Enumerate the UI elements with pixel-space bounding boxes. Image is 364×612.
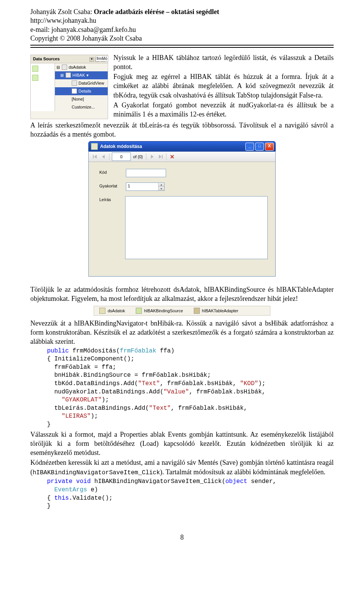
ds-item-customize[interactable]: Customize...: [55, 103, 108, 111]
svg-marker-1: [94, 155, 97, 159]
label-gyakorlat: Gyakorlat: [99, 182, 126, 188]
header-copyright: Copyright © 2008 Johanyák Zsolt Csaba: [30, 34, 334, 43]
label-kod: Kód: [99, 169, 126, 175]
grid-icon: [72, 80, 77, 86]
window-close-button[interactable]: X: [265, 143, 274, 151]
inline-code: hIBAKBindingNavigatorSaveItem_Click: [33, 469, 160, 476]
doc-title: Oracle adatbázis elérése – oktatási segé…: [94, 8, 219, 16]
ds-toolbar: [31, 63, 55, 111]
nav-first-button[interactable]: [91, 153, 99, 160]
tableadapter-icon: [194, 308, 200, 314]
nav-position-input[interactable]: [112, 153, 131, 161]
input-leiras[interactable]: [125, 196, 268, 259]
label-leiras: Leírás: [99, 196, 125, 202]
nav-last-button[interactable]: [157, 153, 164, 160]
nav-next-button[interactable]: [148, 153, 156, 160]
details-icon: [72, 88, 77, 94]
svg-rect-5: [162, 155, 163, 159]
ds-frm-tag: frmMó: [96, 56, 108, 61]
binding-navigator: of {0}: [89, 152, 275, 162]
ds-panel-title: Data Sources: [33, 57, 60, 61]
paragraph-1d: A leírás szerkesztőmezőt nevezzük át tbL…: [30, 121, 334, 139]
nav-count-label: of {0}: [133, 154, 143, 159]
svg-rect-0: [93, 155, 94, 159]
header-rule-top: [30, 45, 334, 46]
ds-toolbar-icon-1: [32, 66, 38, 72]
paragraph-3: Nevezzük át a hIBAKBindingNavigator-t bn…: [30, 319, 334, 346]
dataset-icon: [62, 65, 67, 70]
window-maximize-button[interactable]: □: [255, 143, 264, 151]
svg-marker-4: [159, 155, 162, 159]
screenshot-data-sources: Data Sources ▾▫× frmMó ⊟dsAdatok ⊞HIBAK▾…: [30, 55, 108, 119]
screenshot-component-tray: dsAdatok hIBAKBindingSource hIBAKTableAd…: [94, 306, 270, 316]
code-block-1: public frmMódosítás(frmFőablak ffa) { In…: [47, 347, 334, 429]
table-icon: [66, 72, 71, 78]
input-gyakorlat[interactable]: 1 ▲▼: [126, 182, 165, 191]
paragraph-5: Kódnézetben keressük ki azt a metódust, …: [30, 458, 334, 477]
gyakorlat-value: 1: [126, 183, 158, 190]
header-url: http://www.johanyak.hu: [30, 16, 334, 25]
nav-delete-button[interactable]: [168, 153, 176, 160]
window-title: Adatok módosítása: [100, 144, 142, 149]
ds-toolbar-icon-2: [32, 75, 38, 81]
paragraph-4: Válasszuk ki a formot, majd a Properties…: [30, 430, 334, 458]
page-number: 8: [30, 533, 334, 541]
header-rule-bottom: [30, 47, 334, 48]
ds-node-dsadatok[interactable]: ⊟dsAdatok: [55, 63, 108, 71]
svg-marker-3: [151, 155, 154, 159]
author-name: Johanyák Zsolt Csaba:: [30, 8, 92, 16]
code-block-2: private void hIBAKBindingNavigatorSaveIt…: [47, 478, 334, 510]
ds-item-datagridview[interactable]: DataGridView: [55, 79, 108, 87]
screenshot-form-modositas: Adatok módosítása _ □ X of {0} Kód Gyako…: [88, 141, 276, 277]
page-header: Johanyák Zsolt Csaba: Oracle adatbázis e…: [30, 0, 334, 43]
component-dsadatok[interactable]: dsAdatok: [94, 308, 130, 314]
header-email: e-mail: johanyak.csaba@gamf.kefo.hu: [30, 25, 334, 34]
app-icon: [91, 143, 98, 150]
input-kod[interactable]: [126, 169, 166, 177]
ds-node-hibak[interactable]: ⊞HIBAK▾: [55, 71, 108, 79]
ds-item-none[interactable]: [None]: [55, 95, 108, 103]
bindingsource-icon: [136, 308, 142, 314]
spin-up-button[interactable]: ▲: [158, 183, 164, 187]
svg-marker-2: [102, 155, 105, 159]
component-bindingsource[interactable]: hIBAKBindingSource: [130, 308, 188, 314]
ds-item-details[interactable]: Details: [55, 87, 108, 95]
window-minimize-button[interactable]: _: [245, 143, 254, 151]
nav-prev-button[interactable]: [100, 153, 107, 160]
dataset-icon: [99, 308, 105, 314]
component-tableadapter[interactable]: hIBAKTableAdapter: [188, 308, 244, 314]
spin-down-button[interactable]: ▼: [158, 187, 164, 191]
paragraph-2: Töröljük le az adatmódosítás formhoz lét…: [30, 285, 334, 304]
